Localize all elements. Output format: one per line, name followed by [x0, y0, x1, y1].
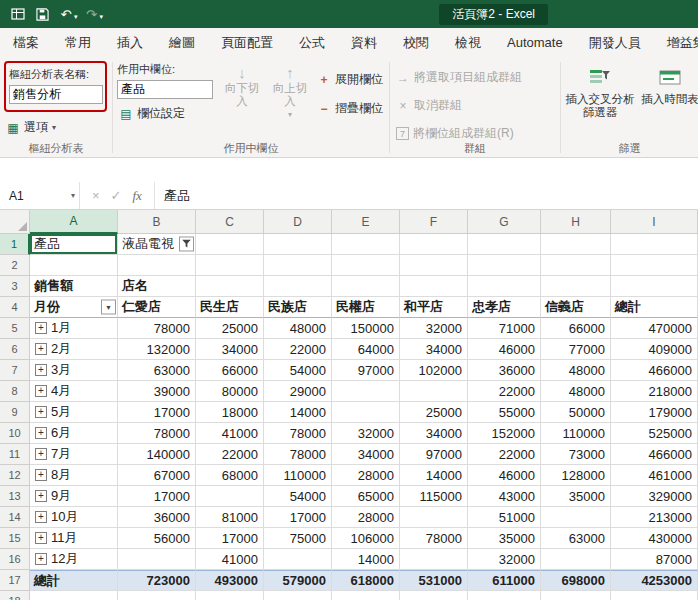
- cell-value[interactable]: 213000: [611, 507, 698, 528]
- row-header-5[interactable]: 5: [0, 318, 30, 339]
- cell-row-label[interactable]: +1月: [30, 318, 118, 339]
- cell-value[interactable]: 34000: [400, 339, 468, 360]
- cell-value[interactable]: [400, 381, 468, 402]
- cell-value[interactable]: 106000: [332, 528, 400, 549]
- row-header-8[interactable]: 8: [0, 381, 30, 402]
- cell-value[interactable]: 4253000: [611, 570, 698, 591]
- cell-empty[interactable]: [541, 276, 611, 297]
- cell-store-header[interactable]: 民權店: [332, 297, 400, 318]
- cell-value[interactable]: 78000: [118, 423, 196, 444]
- cell-value[interactable]: 409000: [611, 339, 698, 360]
- cell-store-header[interactable]: 信義店: [541, 297, 611, 318]
- cell-value[interactable]: 466000: [611, 360, 698, 381]
- cell-value[interactable]: [541, 549, 611, 570]
- column-header-G[interactable]: G: [468, 210, 541, 234]
- cell-value[interactable]: 97000: [400, 444, 468, 465]
- cell-empty[interactable]: [30, 255, 118, 276]
- cell-value[interactable]: 64000: [332, 339, 400, 360]
- cell-row-label[interactable]: +6月: [30, 423, 118, 444]
- cell-value[interactable]: 218000: [611, 381, 698, 402]
- cell-empty[interactable]: [332, 591, 400, 600]
- cell-value[interactable]: 17000: [118, 486, 196, 507]
- expand-icon[interactable]: +: [35, 427, 47, 439]
- cell-value[interactable]: 77000: [541, 339, 611, 360]
- cell-empty[interactable]: [541, 234, 611, 255]
- cell-value[interactable]: [400, 549, 468, 570]
- cell-value[interactable]: 430000: [611, 528, 698, 549]
- cell-value[interactable]: 17000: [118, 402, 196, 423]
- expand-icon[interactable]: +: [35, 322, 47, 334]
- cell-value[interactable]: 525000: [611, 423, 698, 444]
- active-field-input[interactable]: [117, 80, 213, 99]
- expand-icon[interactable]: +: [35, 511, 47, 523]
- row-header-3[interactable]: 3: [0, 276, 30, 297]
- row-header-17[interactable]: 17: [0, 570, 30, 591]
- cell-value[interactable]: 128000: [541, 465, 611, 486]
- column-header-B[interactable]: B: [118, 210, 196, 234]
- cell-value[interactable]: 66000: [196, 360, 264, 381]
- collapse-field-button[interactable]: − 摺疊欄位: [315, 98, 385, 119]
- cell-value[interactable]: 75000: [264, 528, 332, 549]
- insert-slicer-button[interactable]: 插入交叉分析篩選器: [565, 61, 635, 119]
- row-header-9[interactable]: 9: [0, 402, 30, 423]
- cell-empty[interactable]: [400, 255, 468, 276]
- row-header-1[interactable]: 1: [0, 234, 30, 255]
- cell-store-header[interactable]: 總計: [611, 297, 698, 318]
- expand-icon[interactable]: +: [35, 385, 47, 397]
- cell-empty[interactable]: [541, 255, 611, 276]
- cell-empty[interactable]: [264, 234, 332, 255]
- cell-empty[interactable]: [400, 276, 468, 297]
- cell-value[interactable]: 22000: [468, 444, 541, 465]
- cell-label[interactable]: 店名: [118, 276, 196, 297]
- cell-value[interactable]: 17000: [264, 507, 332, 528]
- cell-value[interactable]: 34000: [400, 423, 468, 444]
- expand-icon[interactable]: +: [35, 406, 47, 418]
- cell-value[interactable]: 179000: [611, 402, 698, 423]
- cell-empty[interactable]: [611, 276, 698, 297]
- cell-empty[interactable]: [611, 591, 698, 600]
- filter-dropdown-icon[interactable]: ▼: [101, 300, 116, 315]
- pivot-name-input[interactable]: [9, 85, 103, 104]
- cell-row-label[interactable]: +7月: [30, 444, 118, 465]
- cell-report-filter[interactable]: 液晶電視: [118, 234, 196, 255]
- expand-icon[interactable]: +: [35, 553, 47, 565]
- cell-value[interactable]: 50000: [541, 402, 611, 423]
- cell-value[interactable]: [264, 549, 332, 570]
- cell-value[interactable]: 36000: [118, 507, 196, 528]
- expand-icon[interactable]: +: [35, 364, 47, 376]
- cell-value[interactable]: 78000: [264, 444, 332, 465]
- tab-data[interactable]: 資料: [338, 28, 390, 58]
- cell-value[interactable]: 35000: [468, 528, 541, 549]
- cell-value[interactable]: 25000: [400, 402, 468, 423]
- cell-empty[interactable]: [264, 276, 332, 297]
- column-header-I[interactable]: I: [611, 210, 698, 234]
- cell-empty[interactable]: [400, 591, 468, 600]
- field-settings-button[interactable]: ▤ 欄位設定: [117, 103, 187, 124]
- cell-value[interactable]: 36000: [468, 360, 541, 381]
- cell-value[interactable]: 81000: [196, 507, 264, 528]
- cell-empty[interactable]: [541, 591, 611, 600]
- cell-empty[interactable]: [264, 255, 332, 276]
- tab-developer[interactable]: 開發人員: [576, 28, 654, 58]
- cell-value[interactable]: [196, 486, 264, 507]
- cell-value[interactable]: 22000: [264, 339, 332, 360]
- cell-value[interactable]: 48000: [264, 318, 332, 339]
- cell-value[interactable]: 611000: [468, 570, 541, 591]
- cell-value[interactable]: 34000: [196, 339, 264, 360]
- row-header-14[interactable]: 14: [0, 507, 30, 528]
- cell-empty[interactable]: [468, 276, 541, 297]
- formula-bar-content[interactable]: 產品: [155, 182, 698, 209]
- cell-value[interactable]: 28000: [332, 507, 400, 528]
- workbook-icon[interactable]: [6, 2, 30, 26]
- cell-empty[interactable]: [196, 234, 264, 255]
- cell-value[interactable]: 32000: [332, 423, 400, 444]
- column-header-F[interactable]: F: [400, 210, 468, 234]
- cell-value[interactable]: 32000: [400, 318, 468, 339]
- cell-store-header[interactable]: 忠孝店: [468, 297, 541, 318]
- cell-empty[interactable]: [196, 276, 264, 297]
- row-header-11[interactable]: 11: [0, 444, 30, 465]
- row-header-7[interactable]: 7: [0, 360, 30, 381]
- cell-value[interactable]: [400, 507, 468, 528]
- cell-empty[interactable]: [118, 255, 196, 276]
- cell-value[interactable]: 73000: [541, 444, 611, 465]
